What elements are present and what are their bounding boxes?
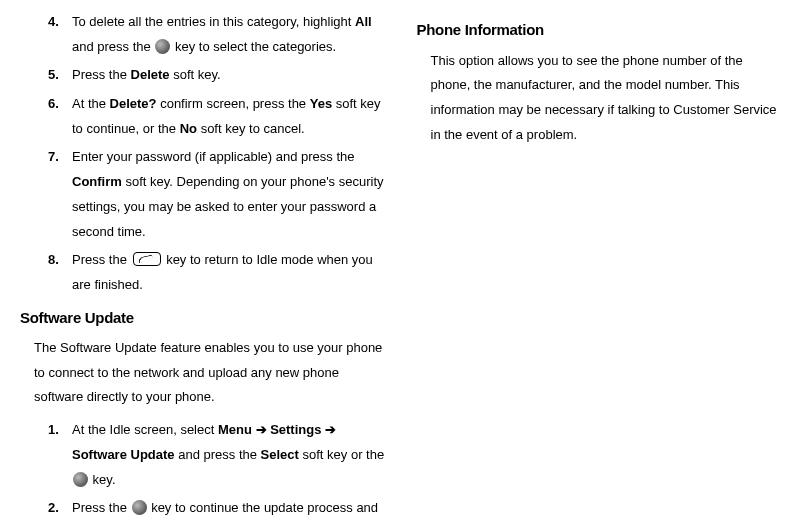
- step-number: 8.: [48, 248, 72, 297]
- right-column: Phone Information This option allows you…: [417, 10, 784, 527]
- software-update-paragraph: The Software Update feature enables you …: [34, 336, 387, 410]
- phone-info-paragraph: This option allows you to see the phone …: [431, 49, 784, 148]
- software-update-heading: Software Update: [20, 304, 387, 333]
- step-5: 5. Press the Delete soft key.: [20, 63, 387, 88]
- step-text: Press the key to continue the update pro…: [72, 496, 387, 527]
- content-columns: 4. To delete all the entries in this cat…: [20, 10, 783, 527]
- step-text: Enter your password (if applicable) and …: [72, 145, 387, 244]
- step-text: Press the Delete soft key.: [72, 63, 387, 88]
- step-6: 6. At the Delete? confirm screen, press …: [20, 92, 387, 141]
- step-8: 8. Press the key to return to Idle mode …: [20, 248, 387, 297]
- step-number: 7.: [48, 145, 72, 244]
- step-text: At the Idle screen, select Menu ➔ Settin…: [72, 418, 387, 492]
- step-text: At the Delete? confirm screen, press the…: [72, 92, 387, 141]
- step-text: To delete all the entries in this catego…: [72, 10, 387, 59]
- left-column: 4. To delete all the entries in this cat…: [20, 10, 387, 527]
- step-7: 7. Enter your password (if applicable) a…: [20, 145, 387, 244]
- step-number: 4.: [48, 10, 72, 59]
- step-text: Press the key to return to Idle mode whe…: [72, 248, 387, 297]
- nav-key-icon: [155, 39, 170, 54]
- end-key-icon: [133, 252, 161, 266]
- nav-key-icon: [132, 500, 147, 515]
- step-number: 1.: [48, 418, 72, 492]
- step-number: 5.: [48, 63, 72, 88]
- sw-step-1: 1. At the Idle screen, select Menu ➔ Set…: [20, 418, 387, 492]
- nav-key-icon: [73, 472, 88, 487]
- phone-info-heading: Phone Information: [417, 16, 784, 45]
- sw-step-2: 2. Press the key to continue the update …: [20, 496, 387, 527]
- step-number: 2.: [48, 496, 72, 527]
- step-number: 6.: [48, 92, 72, 141]
- step-4: 4. To delete all the entries in this cat…: [20, 10, 387, 59]
